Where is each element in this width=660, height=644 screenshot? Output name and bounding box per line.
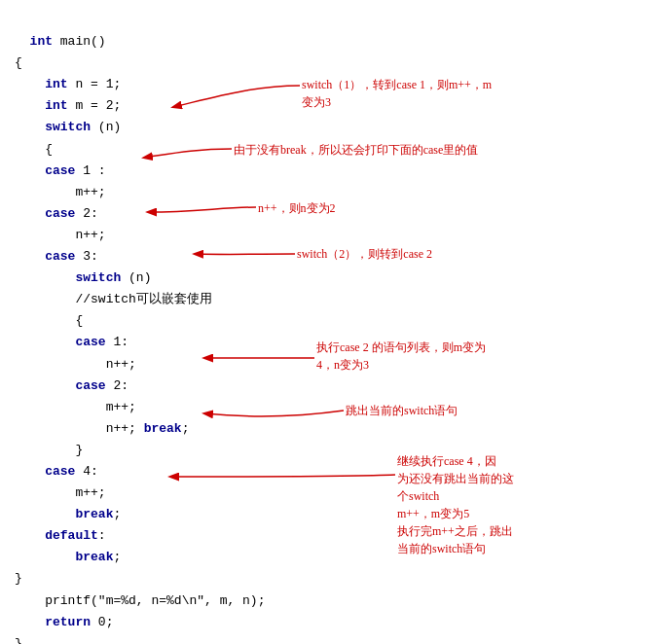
kw-case2: case xyxy=(45,206,75,221)
kw-int-n: int xyxy=(45,77,67,91)
kw-break-1: break xyxy=(144,421,182,436)
annotation-breakout: 跳出当前的switch语句 xyxy=(346,402,458,419)
annotation-case2exec: 执行case 2 的语句列表，则m变为4，n变为3 xyxy=(316,339,486,374)
kw-inner-case1: case xyxy=(75,335,105,349)
kw-return: return xyxy=(45,615,91,629)
kw-switch-2: switch xyxy=(75,270,121,285)
kw-int-main: int xyxy=(30,34,53,49)
kw-default: default xyxy=(45,528,98,543)
kw-case3: case xyxy=(45,249,75,264)
kw-case4: case xyxy=(45,464,75,479)
kw-break-3: break xyxy=(75,550,113,564)
annotation-npp: n++，则n变为2 xyxy=(258,199,336,217)
kw-inner-case2: case xyxy=(75,378,105,393)
kw-switch-1: switch xyxy=(45,120,91,134)
kw-case1: case xyxy=(45,163,75,178)
annotation-switch1: switch（1），转到case 1，则m++，m变为3 xyxy=(302,76,492,111)
kw-int-m: int xyxy=(45,98,67,113)
annotation-nobreak: 由于没有break，所以还会打印下面的case里的值 xyxy=(234,141,478,159)
kw-break-2: break xyxy=(75,507,113,521)
annotation-switch2: switch（2），则转到case 2 xyxy=(297,245,432,263)
annotation-case4: 继续执行case 4，因为还没有跳出当前的这个switchm++，m变为5执行完… xyxy=(397,452,514,557)
